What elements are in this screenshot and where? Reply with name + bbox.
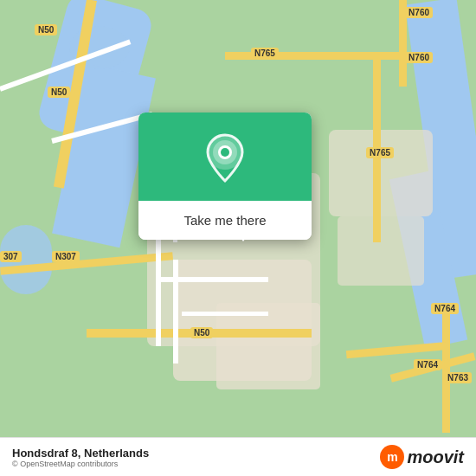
road-label-n765-right: N765: [366, 147, 394, 158]
road-label-n760-top: N760: [405, 7, 433, 18]
moovit-m-icon: m: [380, 445, 404, 469]
road-label-n760-r: N760: [405, 52, 433, 63]
osm-attribution: © OpenStreetMap contributors: [12, 460, 149, 468]
popup-card: Take me there: [138, 113, 312, 240]
road-label-n307: N307: [52, 251, 80, 262]
road-label-n50-3: N50: [190, 327, 213, 338]
map-container: N50 N50 N50 N307 307 N765 N765 N760 N760…: [0, 0, 476, 476]
bottom-bar: Hondsdraf 8, Netherlands © OpenStreetMap…: [0, 437, 476, 476]
road-label-n763: N763: [444, 372, 472, 383]
road-label-n765-top: N765: [251, 48, 279, 59]
moovit-brand-text: moovit: [407, 447, 464, 467]
road-label-n50-1: N50: [35, 24, 57, 35]
road-label-307-left: 307: [0, 251, 22, 262]
road-label-n50-2: N50: [48, 87, 70, 98]
moovit-logo: m moovit: [380, 445, 464, 469]
road-label-n764-r: N764: [431, 303, 459, 314]
take-me-there-button[interactable]: Take me there: [138, 201, 312, 240]
popup-header: [138, 113, 312, 201]
svg-point-3: [221, 148, 229, 157]
address-label: Hondsdraf 8, Netherlands: [12, 447, 149, 460]
popup-arrow: [235, 229, 252, 241]
location-pin-icon: [203, 133, 247, 183]
bottom-left: Hondsdraf 8, Netherlands © OpenStreetMap…: [12, 447, 149, 468]
road-label-n764-b: N764: [414, 359, 441, 370]
